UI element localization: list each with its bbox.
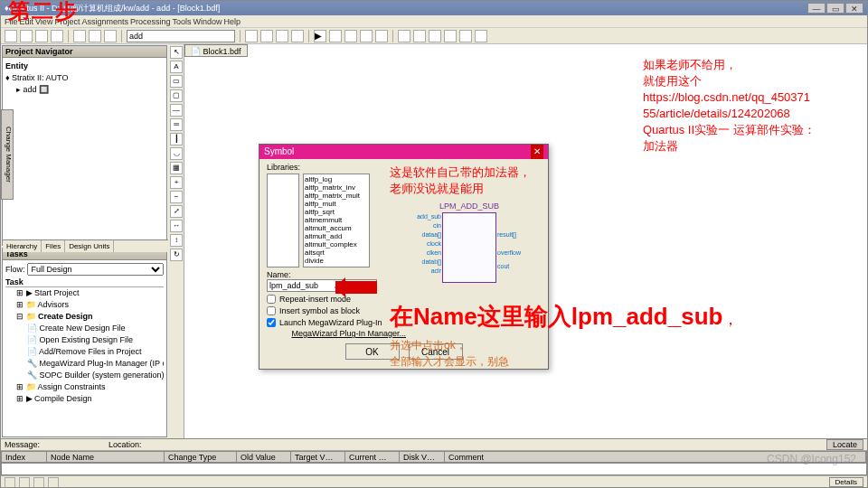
toolbar: ▶	[1, 28, 867, 44]
bus-icon[interactable]: ═	[170, 118, 183, 131]
help-icon[interactable]	[475, 30, 487, 42]
compile-icon[interactable]	[260, 30, 273, 42]
detail-icon-2[interactable]	[19, 477, 30, 488]
chip-icon[interactable]	[398, 30, 410, 42]
libraries-label: Libraries:	[267, 163, 541, 172]
minimize-button[interactable]: —	[807, 3, 826, 14]
task-constraints[interactable]: ⊞ 📁 Assign Constraints	[5, 381, 164, 393]
programmer-icon[interactable]	[375, 30, 388, 42]
document-tab[interactable]: 📄 Block1.bdf	[184, 44, 248, 57]
watermark: CSDN @Icong152	[767, 453, 856, 465]
maximize-button[interactable]: ▭	[826, 3, 844, 14]
message-label: Message:	[5, 440, 40, 449]
dialog-close-icon[interactable]: ✕	[531, 145, 543, 159]
rubber-icon[interactable]: ▦	[170, 162, 183, 174]
libraries-list[interactable]: altfp_logaltfp_matrix_inv altfp_matrix_m…	[303, 174, 370, 267]
task-create-design[interactable]: ⊟ 📁 Create Design	[5, 311, 164, 323]
task-megawizard[interactable]: 🔧 MegaWizard Plug-In Manager (IP cores	[5, 358, 164, 370]
drawing-toolbar: ↖ A ▭ ▢ ― ═ ┃ ◡ ▦ + − ⤢ ↔ ↕ ↻	[168, 44, 184, 438]
save-icon[interactable]	[35, 30, 48, 42]
detail-icon-1[interactable]	[5, 477, 15, 488]
location-label: Location:	[108, 440, 142, 449]
flow-label: Flow:	[5, 265, 25, 274]
fit-icon[interactable]: ⤢	[170, 205, 183, 218]
titlebar: ♦ Quartus II - D:/桌面/计算机组成/kw/add - add …	[1, 1, 867, 15]
new-icon[interactable]	[5, 30, 17, 42]
conduit-icon[interactable]: ┃	[170, 133, 183, 145]
text-icon[interactable]: A	[170, 61, 183, 73]
print-icon[interactable]	[51, 30, 63, 42]
menu-processing[interactable]: Processing	[130, 17, 171, 26]
cut-icon[interactable]	[73, 30, 86, 42]
settings-icon[interactable]	[245, 30, 258, 42]
detail-icon-4[interactable]	[48, 477, 59, 488]
zoom-in-icon[interactable]: +	[170, 176, 183, 189]
simulate-icon[interactable]	[276, 30, 288, 42]
tab-hierarchy[interactable]: Hierarchy	[3, 240, 42, 252]
menu-window[interactable]: Window	[193, 17, 222, 26]
line-icon[interactable]: ―	[170, 104, 183, 117]
menubar: File Edit View Project Assignments Proce…	[1, 15, 867, 28]
menu-help[interactable]: Help	[224, 17, 241, 26]
ok-button[interactable]: OK	[345, 343, 400, 360]
block-icon[interactable]: ▢	[170, 89, 183, 102]
copy-icon[interactable]	[89, 30, 101, 42]
menu-project[interactable]: Project	[54, 17, 80, 26]
anno-arrow	[335, 281, 377, 294]
device-row[interactable]: ♦ Stratix II: AUTO	[5, 72, 164, 84]
project-selector[interactable]	[127, 30, 235, 42]
menu-view[interactable]: View	[35, 17, 52, 26]
play-icon[interactable]: ▶	[314, 30, 326, 42]
change-manager-tab[interactable]: Change Manager	[1, 109, 14, 200]
reanalyze-icon[interactable]	[344, 30, 357, 42]
pointer-icon[interactable]: ↖	[170, 46, 183, 59]
pin-icon[interactable]	[360, 30, 373, 42]
launch-megawizard-checkbox[interactable]: Launch MegaWizard Plug-In	[267, 318, 541, 327]
zoom-icon[interactable]	[429, 30, 441, 42]
zoom-out-icon[interactable]: −	[170, 191, 183, 203]
cancel-button[interactable]: Cancel	[409, 343, 463, 360]
open-icon[interactable]	[20, 30, 33, 42]
flip-v-icon[interactable]: ↕	[170, 234, 183, 247]
symbol-icon[interactable]: ▭	[170, 75, 183, 88]
symbol-preview: LPM_ADD_SUB add_sub cin dataa[] clock cl…	[406, 202, 533, 310]
root-entity[interactable]: ▸ add 🔲	[5, 84, 164, 96]
timing-icon[interactable]	[291, 30, 304, 42]
stop-icon[interactable]	[329, 30, 342, 42]
project-navigator-title: Project Navigator	[3, 46, 166, 58]
paste-icon[interactable]	[104, 30, 117, 42]
resource-icon[interactable]	[459, 30, 472, 42]
locate-button[interactable]: Locate	[826, 439, 863, 450]
task-compile[interactable]: ⊞ ▶ Compile Design	[5, 393, 164, 405]
details-button[interactable]: Details	[829, 477, 863, 487]
tab-files[interactable]: Files	[42, 240, 65, 252]
task-advisors[interactable]: ⊞ 📁 Advisors	[5, 299, 164, 311]
menu-file[interactable]: File	[5, 17, 18, 26]
find-icon[interactable]	[413, 30, 426, 42]
rotate-icon[interactable]: ↻	[170, 249, 183, 261]
dialog-titlebar[interactable]: Symbol ✕	[259, 145, 548, 159]
menu-tools[interactable]: Tools	[172, 17, 191, 26]
task-header: Task	[5, 277, 164, 287]
close-button[interactable]: ✕	[845, 3, 863, 14]
arc-icon[interactable]: ◡	[170, 147, 183, 160]
task-sopc[interactable]: 🔧 SOPC Builder (system generation)	[5, 370, 164, 381]
menu-assignments[interactable]: Assignments	[81, 17, 128, 26]
task-open-existing[interactable]: 📄 Open Existing Design File	[5, 334, 164, 346]
entity-header: Entity	[5, 61, 164, 72]
task-add-remove[interactable]: 📄 Add/Remove Files in Project	[5, 346, 164, 358]
flip-h-icon[interactable]: ↔	[170, 220, 183, 232]
task-create-new[interactable]: 📄 Create New Design File	[5, 323, 164, 334]
libraries-tree[interactable]	[267, 174, 299, 267]
megawizard-link[interactable]: MegaWizard Plug-In Manager...	[267, 329, 406, 338]
task-start-project[interactable]: ⊞ ▶ Start Project	[5, 287, 164, 299]
flow-select[interactable]: Full Design	[27, 263, 164, 276]
menu-edit[interactable]: Edit	[20, 17, 34, 26]
tab-design-units[interactable]: Design Units	[65, 240, 114, 252]
report-icon[interactable]	[444, 30, 457, 42]
change-table-header: Index Node Name Change Type Old Value Ta…	[1, 451, 867, 463]
detail-icon-3[interactable]	[33, 477, 44, 488]
